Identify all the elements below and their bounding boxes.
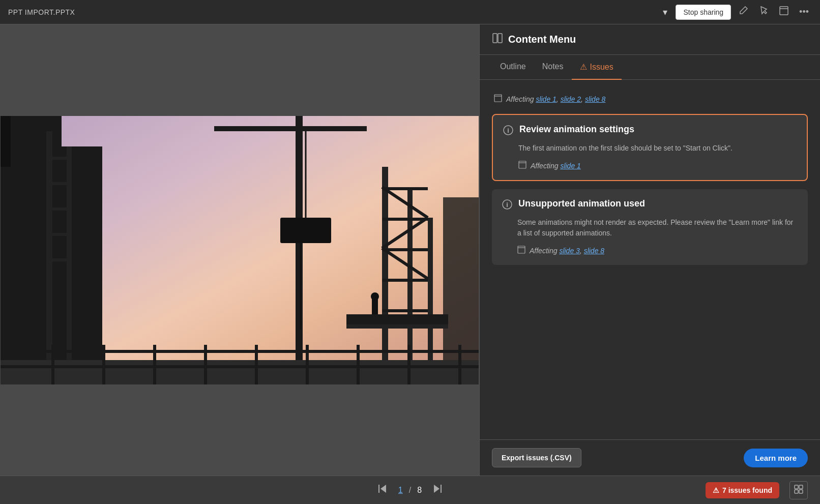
svg-rect-8 [46,207,72,211]
top-affecting-slide1-link[interactable]: slide 1 [536,95,556,103]
top-affecting-slide2-link[interactable]: slide 2 [561,95,581,103]
top-affecting-slide-icon [494,94,502,104]
page-separator: / [409,486,411,495]
last-slide-button[interactable] [428,481,447,499]
svg-rect-64 [795,490,798,493]
issue-header-unsupported: i Unsupported animation used [502,198,798,212]
issue-title-unsupported: Unsupported animation used [518,198,645,209]
svg-rect-45 [1,365,479,368]
tab-notes[interactable]: Notes [534,55,572,80]
export-issues-button[interactable]: Export issues (.CSV) [492,448,581,467]
svg-rect-22 [382,187,428,190]
document-title: PPT IMPORT.PPTX [8,8,659,16]
issue-title-review: Review animation settings [519,124,634,135]
svg-rect-24 [382,248,428,251]
svg-rect-14 [214,126,367,131]
top-bar: PPT IMPORT.PPTX ▾ Stop sharing ••• [0,0,820,24]
svg-marker-61 [434,485,440,493]
panel-bottom: Export issues (.CSV) Learn more [480,439,820,476]
svg-rect-46 [493,34,497,43]
panel-title: Content Menu [508,34,576,45]
top-affecting-row: Affecting slide 1, slide 2, slide 8 [492,88,808,110]
svg-rect-62 [795,485,798,489]
svg-rect-23 [382,218,428,221]
unsupported-slide3-link[interactable]: slide 3 [559,247,579,255]
unsupported-slide8-link[interactable]: slide 8 [584,247,604,255]
learn-more-button[interactable]: Learn more [744,449,808,467]
svg-rect-30 [346,314,448,324]
tabs-bar: Outline Notes ⚠ Issues [480,55,820,80]
pointer-icon-button[interactable] [755,4,772,20]
svg-rect-13 [296,116,303,384]
content-menu-icon [492,33,503,46]
chevron-down-button[interactable]: ▾ [659,5,671,20]
svg-rect-7 [46,182,72,185]
grid-view-button[interactable] [789,481,808,499]
top-bar-actions: ▾ Stop sharing ••• [659,4,812,20]
badge-warning-icon: ⚠ [713,486,719,494]
issue-item-review-animation: i Review animation settings The first an… [492,114,808,181]
slide-area [0,24,479,476]
svg-text:i: i [506,201,508,209]
svg-rect-52 [519,161,526,168]
svg-rect-6 [46,157,72,160]
svg-text:i: i [507,127,509,134]
svg-rect-65 [799,490,803,493]
issue-header-review: i Review animation settings [503,124,797,138]
panel-header: Content Menu [480,24,820,55]
svg-rect-0 [780,7,788,15]
badge-count-text: 7 issues found [722,486,772,494]
unsupported-affecting-row: Affecting slide 3, slide 8 [517,246,798,256]
svg-point-33 [371,292,379,301]
svg-rect-32 [372,299,378,314]
svg-rect-16 [280,218,331,243]
svg-rect-9 [46,233,72,236]
svg-rect-48 [494,95,502,102]
main-content: Content Menu Outline Notes ⚠ Issues [0,24,820,476]
review-affecting-icon [518,161,526,171]
svg-rect-12 [1,116,11,167]
info-icon-unsupported: i [502,199,512,212]
svg-rect-26 [382,309,428,312]
first-slide-button[interactable] [373,481,392,499]
review-affecting-text: Affecting slide 1 [531,162,581,170]
svg-rect-60 [441,485,442,493]
issue-desc-review: The first animation on the first slide s… [518,143,797,154]
svg-rect-44 [1,350,479,353]
review-affecting-row: Affecting slide 1 [518,161,797,171]
current-page[interactable]: 1 [398,486,403,495]
info-icon-review: i [503,125,513,138]
more-options-button[interactable]: ••• [796,5,812,19]
unsupported-affecting-text: Affecting slide 3, slide 8 [530,247,604,255]
tab-issues[interactable]: ⚠ Issues [572,55,622,80]
svg-rect-47 [498,34,502,43]
svg-rect-25 [382,279,428,282]
svg-rect-10 [46,258,72,261]
issues-count-badge[interactable]: ⚠ 7 issues found [706,482,779,498]
bottom-bar: 1 / 8 ⚠ 7 issues found [0,476,820,504]
svg-rect-34 [1,360,479,384]
issue-desc-unsupported: Some animations might not render as expe… [517,217,798,239]
top-affecting-text: Affecting slide 1, slide 2, slide 8 [506,95,605,103]
review-slide1-link[interactable]: slide 1 [560,162,580,170]
svg-rect-31 [346,324,448,329]
slide-preview [1,116,479,384]
issues-list[interactable]: Affecting slide 1, slide 2, slide 8 i Re… [480,80,820,439]
top-affecting-slide8-link[interactable]: slide 8 [585,95,605,103]
pen-icon-button[interactable] [735,4,751,20]
tab-outline[interactable]: Outline [492,55,534,80]
issue-item-unsupported-animation: i Unsupported animation used Some animat… [492,189,808,265]
fullscreen-icon-button[interactable] [776,4,792,20]
svg-marker-59 [380,485,386,493]
svg-rect-58 [378,485,379,493]
right-panel: Content Menu Outline Notes ⚠ Issues [479,24,820,476]
issues-warning-icon: ⚠ [580,62,587,72]
svg-rect-63 [799,485,803,489]
svg-rect-56 [518,246,525,253]
svg-rect-20 [428,218,433,384]
total-pages: 8 [417,486,422,495]
stop-sharing-button[interactable]: Stop sharing [676,5,731,20]
unsupported-affecting-icon [517,246,525,256]
